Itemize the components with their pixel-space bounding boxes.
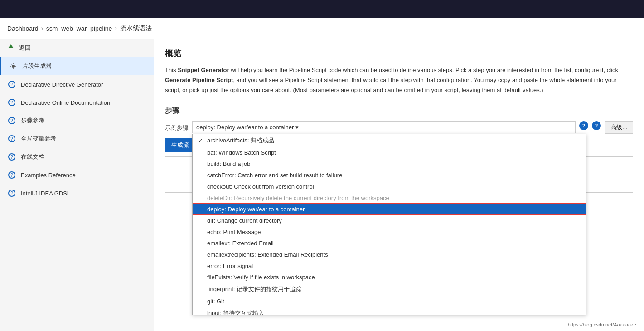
sidebar-item-declarative-gen[interactable]: ? Declarative Directive Generator — [0, 75, 154, 93]
question-circle-icon-2: ? — [7, 98, 16, 107]
sidebar-item-label-snippet-gen: 片段生成器 — [22, 62, 52, 70]
watermark: https://blog.csdn.net/Aaaaaaze... — [568, 322, 640, 327]
question-circle-icon-7: ? — [7, 189, 16, 198]
dropdown-display[interactable]: deploy: Deploy war/ear to a container ▾ — [192, 121, 576, 133]
svg-point-1 — [12, 65, 15, 68]
breadcrumb: Dashboard › ssm_web_war_pipeline › 流水线语法 — [0, 18, 644, 39]
dropdown-item-label: error: Error signal — [207, 263, 253, 269]
dropdown-item[interactable]: emailextrecipients: Extended Email Recip… — [193, 249, 586, 260]
dropdown-item[interactable]: dir: Change current directory — [193, 215, 586, 226]
steps-row: 示例步骤 deploy: Deploy war/ear to a contain… — [165, 121, 633, 134]
back-arrow-icon — [7, 44, 15, 52]
dropdown-item[interactable]: fileExists: Verify if file exists in wor… — [193, 272, 586, 283]
generate-button[interactable]: 生成流 — [165, 138, 195, 152]
layout: 返回 片段生成器 ? Declarative Directive Generat… — [0, 39, 644, 331]
dropdown-item-label: bat: Windows Batch Script — [207, 149, 276, 156]
dropdown-item-label: deleteDir: Recursively delete the curren… — [207, 195, 389, 201]
dropdown-item-label: emailextrecipients: Extended Email Recip… — [207, 251, 328, 258]
question-circle-icon-5: ? — [7, 152, 16, 161]
dropdown-item-label: dir: Change current directory — [207, 217, 282, 224]
sidebar: 返回 片段生成器 ? Declarative Directive Generat… — [0, 39, 154, 331]
dropdown-item[interactable]: ✓archiveArtifacts: 归档成品 — [193, 134, 586, 147]
top-bar — [0, 0, 644, 18]
overview-text-part3: , and you will see a Pipeline Script sta… — [165, 77, 617, 93]
question-circle-icon-6: ? — [7, 170, 16, 180]
dropdown-item[interactable]: git: Git — [193, 296, 586, 307]
svg-text:?: ? — [10, 155, 13, 160]
overview-title: 概览 — [165, 48, 633, 59]
overview-bold1: Snippet Generator — [178, 67, 229, 73]
dropdown-item-label: fingerprint: 记录文件的指纹用于追踪 — [207, 285, 301, 293]
sidebar-item-label-declarative-doc: Declarative Online Documentation — [21, 99, 110, 106]
dropdown-item[interactable]: checkout: Check out from version control — [193, 181, 586, 192]
svg-text:?: ? — [10, 173, 13, 178]
dropdown-item[interactable]: bat: Windows Batch Script — [193, 147, 586, 158]
main-content: 概览 This Snippet Generator will help you … — [154, 39, 644, 331]
dropdown-item[interactable]: emailext: Extended Email — [193, 238, 586, 249]
dropdown-item[interactable]: echo: Print Message — [193, 226, 586, 238]
question-circle-icon-4: ? — [7, 134, 16, 143]
dropdown-list[interactable]: ✓archiveArtifacts: 归档成品bat: Windows Batc… — [192, 134, 586, 315]
gear-icon — [9, 62, 18, 71]
dropdown-item-label: git: Git — [207, 298, 224, 305]
dropdown-item-label: input: 等待交互式输入 — [207, 309, 264, 315]
overview-text-part2: will help you learn the Pipeline Script … — [229, 67, 618, 73]
help-icon-2[interactable]: ? — [592, 121, 601, 130]
dropdown-item-label: checkout: Check out from version control — [207, 183, 314, 190]
breadcrumb-dashboard[interactable]: Dashboard — [7, 25, 39, 32]
dropdown-item[interactable]: error: Error signal — [193, 260, 586, 272]
dropdown-item[interactable]: deploy: Deploy war/ear to a container — [193, 204, 586, 215]
dropdown-item-label: archiveArtifacts: 归档成品 — [207, 136, 274, 145]
dropdown-item[interactable]: input: 等待交互式输入 — [193, 307, 586, 315]
dropdown-item-label: fileExists: Verify if file exists in wor… — [207, 274, 315, 281]
steps-title: 步骤 — [165, 106, 633, 116]
dropdown-item[interactable]: fingerprint: 记录文件的指纹用于追踪 — [193, 283, 586, 296]
steps-section: 示例步骤 deploy: Deploy war/ear to a contain… — [165, 121, 633, 194]
help-icon-1[interactable]: ? — [579, 121, 588, 130]
svg-text:?: ? — [10, 100, 13, 105]
question-circle-icon-3: ? — [7, 116, 16, 125]
svg-marker-0 — [8, 44, 14, 48]
breadcrumb-pipeline[interactable]: ssm_web_war_pipeline — [46, 25, 112, 32]
sidebar-item-label-steps-ref: 步骤参考 — [21, 117, 44, 125]
question-circle-icon-1: ? — [7, 80, 16, 89]
overview-paragraph: This Snippet Generator will help you lea… — [165, 65, 633, 95]
overview-bold2: Generate Pipeline Script — [165, 77, 233, 83]
svg-text:?: ? — [10, 136, 13, 141]
steps-label: 示例步骤 — [165, 121, 189, 132]
sidebar-item-steps-ref[interactable]: ? 步骤参考 — [0, 112, 154, 130]
sidebar-item-intellij[interactable]: ? IntelliJ IDEA GDSL — [0, 184, 154, 202]
dropdown-item-label: emailext: Extended Email — [207, 240, 274, 247]
sidebar-item-label-intellij: IntelliJ IDEA GDSL — [21, 190, 70, 197]
dropdown-item-label: catchError: Catch error and set build re… — [207, 172, 342, 179]
svg-text:?: ? — [10, 82, 13, 87]
sidebar-item-label-examples: Examples Reference — [21, 172, 76, 179]
breadcrumb-current: 流水线语法 — [120, 24, 152, 33]
dropdown-item-label: echo: Print Message — [207, 229, 261, 235]
sidebar-item-label-online-doc: 在线文档 — [21, 153, 44, 161]
back-label: 返回 — [19, 44, 31, 52]
dropdown-item[interactable]: catchError: Catch error and set build re… — [193, 170, 586, 181]
advanced-button[interactable]: 高级... — [605, 121, 633, 134]
svg-text:?: ? — [10, 191, 13, 196]
sidebar-item-label-declarative-gen: Declarative Directive Generator — [21, 81, 103, 88]
sidebar-item-examples[interactable]: ? Examples Reference — [0, 166, 154, 184]
sidebar-item-global-vars[interactable]: ? 全局变量参考 — [0, 130, 154, 148]
sidebar-back[interactable]: 返回 — [0, 39, 154, 57]
dropdown-item[interactable]: deleteDir: Recursively delete the curren… — [193, 192, 586, 204]
dropdown-item[interactable]: build: Build a job — [193, 158, 586, 170]
dropdown-item-label: build: Build a job — [207, 161, 250, 167]
breadcrumb-sep1: › — [41, 24, 44, 33]
dropdown-container[interactable]: deploy: Deploy war/ear to a container ▾ … — [192, 121, 576, 133]
sidebar-item-label-global-vars: 全局变量参考 — [21, 135, 56, 143]
breadcrumb-sep2: › — [115, 24, 117, 33]
overview-text-part1: This — [165, 67, 178, 73]
svg-text:?: ? — [10, 118, 13, 123]
sidebar-item-snippet-gen[interactable]: 片段生成器 — [0, 57, 154, 75]
sidebar-item-declarative-doc[interactable]: ? Declarative Online Documentation — [0, 93, 154, 112]
sidebar-item-online-doc[interactable]: ? 在线文档 — [0, 148, 154, 166]
dropdown-item-label: deploy: Deploy war/ear to a container — [207, 206, 305, 213]
check-mark-icon: ✓ — [198, 137, 204, 144]
